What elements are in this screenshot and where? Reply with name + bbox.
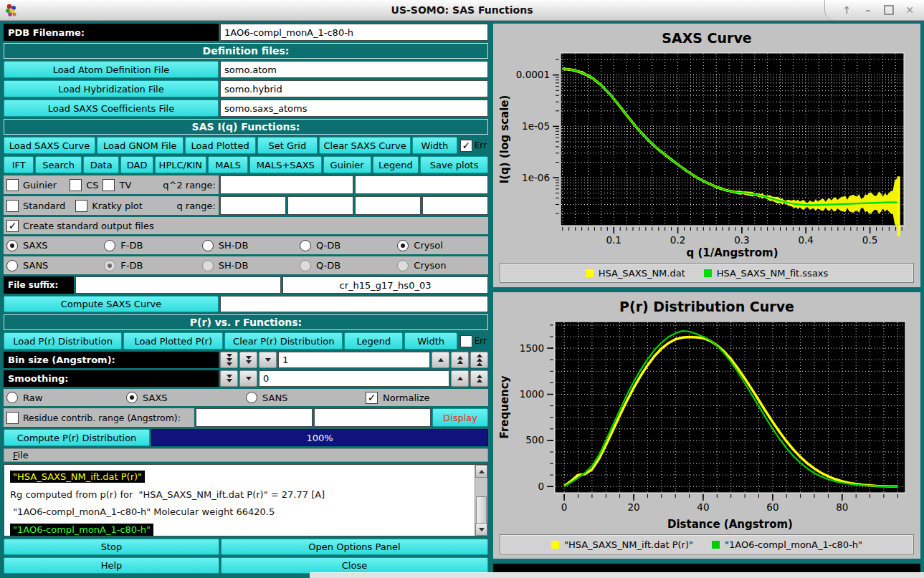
q-range-field-4[interactable] — [422, 196, 488, 215]
bin-size-down3-button[interactable] — [220, 352, 238, 368]
titlebar[interactable]: US-SOMO: SAS Functions ↑ – ▢ ✕ — [0, 0, 924, 21]
qdb-saxs-radio[interactable] — [300, 240, 311, 251]
hybridization-field[interactable] — [220, 80, 488, 97]
pr-sans-radio[interactable] — [246, 392, 257, 403]
pr-legend-swatch-yellow — [551, 541, 559, 549]
file-suffix-value-field[interactable] — [282, 276, 488, 294]
clear-pr-distribution-button[interactable]: Clear P(r) Distribution — [224, 332, 343, 350]
q2-range-end-field[interactable] — [355, 175, 488, 194]
open-options-panel-button[interactable]: Open Options Panel — [221, 539, 488, 555]
pr-width-button[interactable]: Width — [404, 332, 457, 350]
stop-button[interactable]: Stop — [4, 539, 219, 555]
ift-button[interactable]: IFT — [4, 156, 34, 173]
smoothing-up2-button[interactable] — [470, 370, 488, 387]
smoothing-up1-button[interactable] — [451, 370, 469, 387]
load-atom-definition-button[interactable]: Load Atom Definition File — [4, 61, 219, 78]
scroll-up-icon[interactable] — [475, 465, 487, 478]
q-range-field-2[interactable] — [287, 196, 353, 215]
saxs-radio[interactable] — [6, 240, 18, 251]
definition-files-header: Definition files: — [4, 43, 488, 59]
bin-size-down2-button[interactable] — [239, 352, 257, 368]
load-gnom-file-button[interactable]: Load GNOM File — [97, 137, 184, 154]
data-button[interactable]: Data — [83, 156, 120, 173]
standard-checkbox[interactable] — [6, 200, 19, 212]
bin-size-up2-button[interactable] — [451, 352, 469, 368]
file-suffix-label: File suffix: — [4, 276, 74, 294]
shdb-sans-radio[interactable] — [202, 260, 214, 271]
maximize-icon[interactable]: ▢ — [884, 5, 894, 15]
shade-window-icon[interactable]: ↑ — [841, 4, 852, 16]
guinier-checkbox[interactable] — [6, 179, 19, 191]
bin-size-up1-button[interactable] — [432, 352, 449, 368]
fdb-sans-radio[interactable] — [104, 260, 115, 271]
saxs-plot-canvas[interactable]: 0.10.20.30.40.5q (1/Angstrom)0.00011e-05… — [498, 49, 912, 259]
mals-button[interactable]: MALS — [208, 156, 248, 173]
mals-saxs-button[interactable]: MALS+SAXS — [249, 156, 321, 173]
compute-saxs-status-field[interactable] — [220, 296, 488, 312]
bin-size-down1-button[interactable] — [259, 352, 277, 368]
save-plots-button[interactable]: Save plots — [420, 156, 488, 173]
scrollbar-thumb[interactable] — [476, 496, 487, 524]
raw-radio[interactable] — [6, 392, 18, 403]
smoothing-field[interactable] — [259, 370, 449, 387]
saxs-coefficients-field[interactable] — [220, 100, 488, 117]
hplc-kin-button[interactable]: HPLC/KIN — [155, 156, 206, 173]
file-suffix-field[interactable] — [75, 276, 281, 294]
fdb-saxs-radio[interactable] — [104, 240, 115, 251]
pr-legend-button[interactable]: Legend — [344, 332, 403, 350]
load-pr-distribution-button[interactable]: Load P(r) Distribution — [4, 332, 122, 350]
pr-saxs-radio[interactable] — [126, 392, 138, 403]
residue-contrib-checkbox[interactable] — [6, 412, 19, 424]
residue-range-end-field[interactable] — [314, 408, 431, 427]
bin-size-up3-button[interactable] — [470, 352, 488, 368]
normalize-checkbox[interactable] — [366, 392, 378, 404]
q-range-field-1[interactable] — [220, 196, 286, 215]
create-standard-output-checkbox[interactable] — [6, 220, 19, 232]
pdb-filename-field[interactable] — [220, 24, 488, 41]
tv-checkbox[interactable] — [103, 179, 115, 191]
minimize-icon[interactable]: – — [862, 4, 874, 16]
scroll-down-icon[interactable] — [475, 523, 487, 536]
pr-err-checkbox[interactable] — [460, 335, 472, 347]
crysol-radio[interactable] — [397, 240, 409, 251]
set-grid-button[interactable]: Set Grid — [257, 137, 318, 154]
load-hybridization-button[interactable]: Load Hybridization File — [4, 80, 219, 97]
legend-button[interactable]: Legend — [373, 156, 419, 173]
smoothing-down2-button[interactable] — [220, 370, 238, 387]
q-range-field-3[interactable] — [355, 196, 421, 215]
svg-text:0: 0 — [561, 501, 568, 513]
saxs-legend: HSA_SAXS_NM.dat HSA_SAXS_NM_fit.ssaxs — [500, 263, 914, 283]
cryson-radio[interactable] — [397, 260, 409, 271]
dad-button[interactable]: DAD — [120, 156, 153, 173]
log-output[interactable]: "HSA_SAXS_NM_ift.dat P(r)" Rg computed f… — [4, 464, 488, 536]
clear-saxs-curve-button[interactable]: Clear SAXS Curve — [319, 137, 411, 154]
iq-width-button[interactable]: Width — [412, 137, 457, 154]
cs-checkbox[interactable] — [70, 179, 82, 191]
log-scrollbar[interactable] — [475, 465, 487, 536]
load-plotted-pr-button[interactable]: Load Plotted P(r) — [123, 332, 223, 350]
pr-plot-canvas[interactable]: 020406080Distance (Angstrom)050010001500… — [498, 318, 912, 531]
compute-saxs-curve-button[interactable]: Compute SAXS Curve — [4, 296, 219, 312]
iq-err-checkbox[interactable] — [460, 140, 472, 152]
q2-range-start-field[interactable] — [220, 175, 353, 194]
load-saxs-curve-button[interactable]: Load SAXS Curve — [4, 137, 95, 154]
compute-pr-distribution-button[interactable]: Compute P(r) Distribution — [4, 429, 150, 446]
close-button[interactable]: Close — [221, 557, 488, 574]
file-menu[interactable]: File — [10, 450, 32, 461]
display-button[interactable]: Display — [432, 408, 488, 427]
help-button[interactable]: Help — [4, 557, 219, 574]
load-plotted-button[interactable]: Load Plotted — [185, 137, 256, 154]
qdb-sans-radio[interactable] — [300, 260, 311, 271]
guinier-button[interactable]: Guinier — [323, 156, 371, 173]
search-button[interactable]: Search — [35, 156, 81, 173]
load-saxs-coefficients-button[interactable]: Load SAXS Coefficients File — [4, 100, 219, 117]
kratky-checkbox[interactable] — [75, 200, 87, 212]
shdb-saxs-radio[interactable] — [202, 240, 214, 251]
close-icon[interactable]: ✕ — [904, 4, 915, 16]
smoothing-down1-button[interactable] — [239, 370, 257, 387]
residue-range-start-field[interactable] — [196, 408, 313, 427]
svg-text:I(q) (log scale): I(q) (log scale) — [498, 95, 511, 184]
bin-size-field[interactable] — [278, 352, 430, 368]
sans-radio[interactable] — [6, 260, 18, 271]
atom-definition-field[interactable] — [220, 61, 488, 78]
